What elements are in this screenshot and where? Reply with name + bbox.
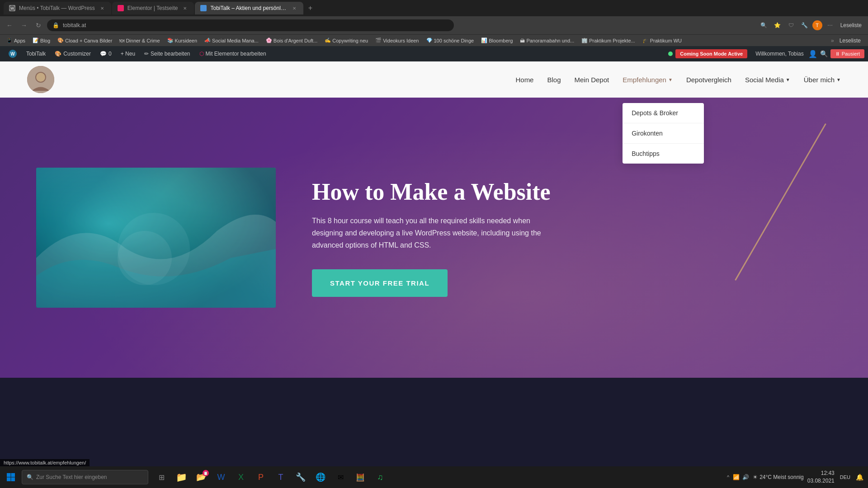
wp-customizer-item[interactable]: 🎨 Customizer [50, 46, 95, 61]
wp-logo-item[interactable]: W [4, 46, 22, 61]
sys-tray[interactable]: ^ [727, 474, 729, 480]
nav-ueber-mich[interactable]: Über mich ▼ [804, 76, 841, 84]
system-clock[interactable]: 12:43 03.08.2021 [807, 469, 835, 485]
wp-elementor-item[interactable]: ⬡ Mit Elementor bearbeiten [195, 46, 271, 61]
dropdown-buchtipps[interactable]: Buchtipps [623, 144, 704, 164]
wp-new-item[interactable]: + Neu [116, 46, 140, 61]
search-admin-icon[interactable]: 🔍 [817, 50, 830, 57]
taskbar-app6[interactable]: 🔧 [291, 466, 310, 488]
browser-shield-icon[interactable]: 🛡 [785, 19, 797, 31]
taskbar-file-explorer[interactable]: 📁 [172, 466, 191, 488]
hero-cta-button[interactable]: START YOUR FREE TRIAL [312, 269, 448, 297]
browser-account-icon[interactable]: T [812, 20, 822, 30]
folder-badge: 📋 [203, 470, 209, 476]
browser-toolbar: ← → ↻ 🔒 tobitalk.at 🔍 ⭐ 🛡 🔧 T ⋯ Leselist… [0, 16, 868, 34]
nav-depotvergleich[interactable]: Depotvergleich [686, 76, 731, 84]
coming-soon-badge[interactable]: Coming Soon Mode Active [675, 49, 747, 58]
browser-extensions-icon[interactable]: 🔧 [799, 19, 811, 31]
taskbar: 🔍 Zur Suche Text hier eingeben ⊞ 📁 📂 📋 W… [0, 466, 868, 488]
bookmark-apps[interactable]: 📱Apps [4, 37, 28, 44]
bookmark-canva[interactable]: 🎨Cload + Canva Bilder [55, 37, 115, 44]
site-logo[interactable] [27, 66, 54, 93]
nav-social-media[interactable]: Social Media ▼ [745, 76, 790, 84]
browser-menu-icon[interactable]: ⋯ [824, 19, 836, 31]
svg-rect-12 [7, 478, 11, 482]
task-view-button[interactable]: ⊞ [152, 466, 171, 488]
browser-star-icon[interactable]: ⭐ [772, 19, 783, 31]
tab-close-1[interactable]: ✕ [99, 5, 106, 12]
nav-home[interactable]: Home [515, 76, 533, 84]
bookmark-bois[interactable]: 🌸Bois d'Argent Duft... [263, 37, 320, 44]
taskbar-search[interactable]: 🔍 Zur Suche Text hier eingeben [22, 470, 148, 484]
dropdown-girokonten[interactable]: Girokonten [623, 123, 704, 144]
taskbar-powerpoint[interactable]: P [251, 466, 270, 488]
bookmark-socialmedia[interactable]: 📣Social Media Mana... [202, 37, 261, 44]
taskbar-excel[interactable]: X [231, 466, 250, 488]
network-icon[interactable]: 📶 [733, 474, 740, 480]
dropdown-depots-broker[interactable]: Depots & Broker [623, 103, 704, 123]
tab-close-2[interactable]: ✕ [181, 5, 189, 12]
taskbar-mail[interactable]: ✉ [331, 466, 350, 488]
bookmark-bloomberg[interactable]: 📊Bloomberg [478, 37, 515, 44]
nav-empfehlungen[interactable]: Empfehlungen ▼ [623, 76, 673, 84]
ueber-mich-chevron-icon: ▼ [836, 77, 841, 82]
tab-3[interactable]: TobiTalk – Aktien und persönlich... ✕ [195, 2, 303, 14]
taskbar-search-placeholder: Zur Suche Text hier eingeben [36, 474, 107, 480]
tab-2[interactable]: Elementor | Testseite ✕ [112, 2, 194, 14]
bookmark-copywriting[interactable]: ✍Copywriting neu [322, 37, 371, 44]
leseliste-bookmark[interactable]: Leseliste [836, 38, 864, 44]
address-bar[interactable]: 🔒 tobitalk.at [47, 19, 454, 31]
new-tab-button[interactable]: + [304, 2, 316, 14]
wp-admin-right: Coming Soon Mode Active Willkommen, Tobi… [668, 49, 864, 58]
wp-edit-page-label: Seite bearbeiten [151, 51, 190, 57]
social-media-chevron-icon: ▼ [786, 77, 790, 82]
hero-description: This 8 hour course will teach you all th… [312, 215, 547, 252]
leseliste-button[interactable]: Leseliste [838, 22, 864, 28]
address-text: tobitalk.at [63, 22, 86, 28]
status-url-text: https://www.tobitalk.at/empfehlungen/ [4, 460, 86, 465]
bookmark-praktikum-wu[interactable]: 🎓Praktikum WU [640, 37, 684, 44]
wp-edit-page-item[interactable]: ✏ Seite bearbeiten [140, 46, 194, 61]
svg-rect-10 [7, 473, 11, 477]
taskbar-teams[interactable]: T [271, 466, 290, 488]
nav-blog[interactable]: Blog [547, 76, 561, 84]
taskbar-edge[interactable]: 🌐 [311, 466, 330, 488]
clock-time: 12:43 [807, 469, 835, 477]
hero-title: How to Make a Website [312, 178, 832, 206]
reload-button[interactable]: ↻ [33, 19, 44, 31]
browser-search-icon[interactable]: 🔍 [758, 19, 770, 31]
forward-button[interactable]: → [18, 19, 30, 31]
status-url-bar: https://www.tobitalk.at/empfehlungen/ [0, 459, 90, 466]
bookmark-blog[interactable]: 📝Blog [30, 37, 53, 44]
taskbar-word[interactable]: W [212, 466, 231, 488]
bookmark-panorama[interactable]: 🏔Panoramabahn und... [517, 37, 577, 44]
notifications-button[interactable]: 🔔 [856, 474, 863, 481]
nav-mein-depot[interactable]: Mein Depot [575, 76, 609, 84]
wp-admin-bar: W TobiTalk 🎨 Customizer 💬 0 + Neu ✏ Seit… [0, 46, 868, 61]
bookmarks-more[interactable]: » [831, 38, 834, 44]
wave-svg [36, 168, 276, 308]
bookmark-100dinge[interactable]: 💎100 schöne Dinge [424, 37, 477, 44]
taskbar-folder-yellow[interactable]: 📂 📋 [192, 466, 211, 488]
bookmark-videokurs[interactable]: 🎬Videokurs Ideen [373, 37, 421, 44]
wp-greeting: Willkommen, Tobias [751, 51, 808, 57]
taskbar-calc[interactable]: 🧮 [351, 466, 370, 488]
nav-social-media-label: Social Media [745, 76, 784, 84]
wp-comments-item[interactable]: 💬 0 [95, 46, 116, 61]
start-button[interactable] [0, 466, 22, 488]
bookmark-praktikum1[interactable]: 🏢Praktikum Projekte... [579, 37, 637, 44]
hero-text: How to Make a Website This 8 hour course… [312, 178, 832, 297]
empfehlungen-dropdown: Depots & Broker Girokonten Buchtipps [623, 103, 704, 164]
paused-button[interactable]: ⏸ Pausiert [830, 49, 864, 58]
volume-icon[interactable]: 🔊 [742, 474, 749, 480]
weather-widget[interactable]: ☀ 24°C Meist sonnig [753, 474, 804, 480]
wp-tobitalk-item[interactable]: TobiTalk [22, 46, 50, 61]
tab-1[interactable]: W Menüs • TobiTalk — WordPress ✕ [4, 2, 111, 14]
back-button[interactable]: ← [4, 19, 15, 31]
bookmark-kursideen[interactable]: 📚Kursideen [165, 37, 200, 44]
wp-site-name: TobiTalk [26, 51, 46, 57]
taskbar-spotify[interactable]: ♫ [371, 466, 390, 488]
tab-close-3[interactable]: ✕ [291, 5, 298, 12]
svg-rect-13 [11, 478, 15, 482]
bookmark-dinner[interactable]: 🍽Dinner & Crime [117, 37, 162, 44]
